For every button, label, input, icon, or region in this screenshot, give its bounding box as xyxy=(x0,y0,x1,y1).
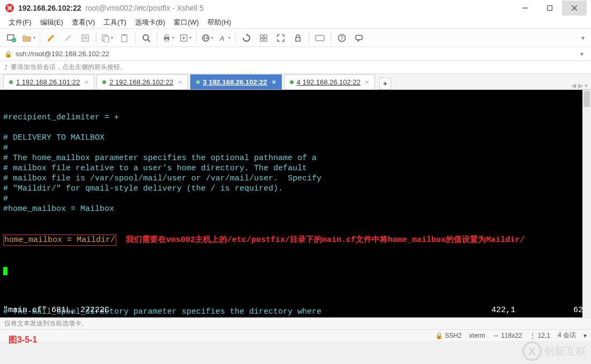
resize-icon: ↔ xyxy=(493,332,499,339)
hint-bar: ⤴ 要添加当前会话，点击左侧的箭头按钮。 xyxy=(0,61,591,74)
svg-text:?: ? xyxy=(340,35,343,41)
toolbar-separator xyxy=(331,32,331,44)
toolbar-overflow-icon[interactable]: ▾ xyxy=(578,34,588,42)
svg-rect-30 xyxy=(296,37,300,41)
lock-icon[interactable] xyxy=(290,31,305,46)
new-session-icon[interactable]: + xyxy=(4,31,19,46)
status-dropdown-icon[interactable]: ▾ xyxy=(583,331,587,340)
address-bar[interactable]: 🔒 ssh://root@192.168.26.102:22 ▾ xyxy=(0,47,591,61)
globe-icon[interactable] xyxy=(200,31,215,46)
hint-arrow-icon[interactable]: ⤴ xyxy=(4,64,8,71)
cursor-icon xyxy=(3,267,8,275)
watermark: X创新互联 xyxy=(522,342,587,361)
toolbar-separator xyxy=(157,32,158,44)
chat-icon[interactable] xyxy=(351,31,366,46)
tab-close-icon[interactable]: ✕ xyxy=(178,79,182,85)
session-tab-2[interactable]: 2 192.168.26.102:22✕ xyxy=(96,74,188,89)
close-button[interactable] xyxy=(562,1,587,16)
print-icon[interactable] xyxy=(161,31,176,46)
menu-edit[interactable]: 编辑(E) xyxy=(36,17,68,28)
tab-close-icon[interactable]: ✕ xyxy=(272,79,276,85)
svg-text:A: A xyxy=(219,34,225,42)
terminal-line: #recipient_delimiter = + xyxy=(3,112,588,123)
svg-rect-37 xyxy=(356,35,362,40)
scroll-thumb[interactable] xyxy=(583,91,590,107)
status-proto: 🔒 SSH2 xyxy=(435,331,462,340)
toolbar-separator xyxy=(196,32,197,44)
ssh-lock-icon: 🔒 xyxy=(4,50,12,58)
title-bar: 192.168.26.102:22 root@vms002:/etc/postf… xyxy=(0,0,591,16)
reconnect-icon[interactable] xyxy=(43,31,58,46)
menu-window[interactable]: 窗口(W) xyxy=(169,17,203,28)
session-tab-4[interactable]: 4 192.168.26.102:22✕ xyxy=(284,74,375,89)
svg-line-17 xyxy=(148,40,150,42)
menu-file[interactable]: 文件(F) xyxy=(4,17,36,28)
terminal-line xyxy=(3,123,588,133)
svg-rect-29 xyxy=(264,39,267,41)
open-session-icon[interactable] xyxy=(21,31,36,46)
terminal-line: #home_mailbox = Mailbox xyxy=(3,204,588,214)
svg-rect-2 xyxy=(548,6,552,11)
menu-tools[interactable]: 工具(T) xyxy=(99,17,131,28)
terminal-line: # DELIVERY TO MAILBOX xyxy=(3,133,588,143)
terminal-line: # xyxy=(3,194,588,204)
cursor-pos-icon: ⋮ xyxy=(529,332,536,339)
address-url[interactable]: ssh://root@192.168.26.102:22 xyxy=(16,50,109,58)
menu-view[interactable]: 查看(V) xyxy=(68,17,99,28)
maximize-button[interactable] xyxy=(537,1,562,16)
font-icon[interactable]: A xyxy=(217,31,232,46)
minimize-button[interactable] xyxy=(513,1,537,16)
svg-rect-15 xyxy=(123,34,126,36)
terminal-line: # mailbox file relative to a user's home… xyxy=(3,163,588,173)
toolbar-separator xyxy=(96,32,96,44)
terminal-line: # The home_mailbox parameter specifies t… xyxy=(3,153,588,163)
properties-icon[interactable] xyxy=(78,31,93,46)
status-dot-icon xyxy=(9,80,13,84)
toolbar-separator xyxy=(235,32,236,44)
terminal-pane[interactable]: #recipient_delimiter = + # DELIVERY TO M… xyxy=(0,90,591,317)
svg-rect-26 xyxy=(260,35,263,37)
terminal-scrollbar[interactable] xyxy=(582,90,591,317)
status-dot-icon xyxy=(196,80,200,84)
svg-rect-9 xyxy=(82,35,88,41)
svg-rect-27 xyxy=(264,35,267,37)
svg-rect-13 xyxy=(104,36,109,42)
paste-icon[interactable] xyxy=(117,31,132,46)
copy-icon[interactable] xyxy=(100,31,115,46)
svg-text:+: + xyxy=(13,38,16,43)
toolbar-separator xyxy=(135,32,136,44)
svg-point-16 xyxy=(143,35,148,40)
window-title-path: root@vms002:/etc/postfix - Xshell 5 xyxy=(86,4,204,12)
status-dot-icon xyxy=(102,80,106,84)
disconnect-icon[interactable] xyxy=(61,31,76,46)
menu-help[interactable]: 帮助(H) xyxy=(203,17,235,28)
svg-rect-20 xyxy=(165,39,168,41)
svg-point-8 xyxy=(48,39,50,41)
annotation-text: 我们需要在vms002主机上的/etc/postfix/目录下的main.cf文… xyxy=(126,236,525,245)
terminal-line: # "Maildir/" for qmail-style delivery (t… xyxy=(3,184,588,194)
status-size: ↔ 118x22 xyxy=(493,331,522,340)
window-title-host: 192.168.26.102:22 xyxy=(18,4,81,12)
tab-close-icon[interactable]: ✕ xyxy=(84,79,88,85)
footer-hint: 仅将文本发送到当前选项卡。 xyxy=(0,317,591,329)
toolbar: + A ? ▾ xyxy=(0,29,591,47)
session-tab-3[interactable]: 3 192.168.26.102:22✕ xyxy=(190,74,282,89)
help-icon[interactable]: ? xyxy=(334,31,349,46)
status-bar: 🔒 SSH2 xterm ↔ 118x22 ⋮ 12,1 4 会话 ▾ xyxy=(0,329,591,341)
search-icon[interactable] xyxy=(139,31,154,46)
add-tab-button[interactable]: + xyxy=(379,78,391,89)
keyboard-icon[interactable] xyxy=(312,31,327,46)
status-term: xterm xyxy=(469,331,485,340)
toolbar-separator xyxy=(309,32,309,44)
refresh-icon[interactable] xyxy=(239,31,254,46)
menu-tabs[interactable]: 选项卡(B) xyxy=(131,17,169,28)
figure-label: 图3-5-1 xyxy=(9,335,37,346)
session-tab-1[interactable]: 1 192.168.26.101:22✕ xyxy=(3,74,94,89)
transfer-icon[interactable] xyxy=(178,31,193,46)
tab-close-icon[interactable]: ✕ xyxy=(365,79,369,85)
terminal-line: # xyxy=(3,143,588,153)
fullscreen-icon[interactable] xyxy=(273,31,288,46)
address-dropdown-icon[interactable]: ▾ xyxy=(577,50,587,58)
tabs-scroll-icons[interactable]: ◀ ▶ ▾ xyxy=(571,82,588,89)
tile-icon[interactable] xyxy=(256,31,271,46)
